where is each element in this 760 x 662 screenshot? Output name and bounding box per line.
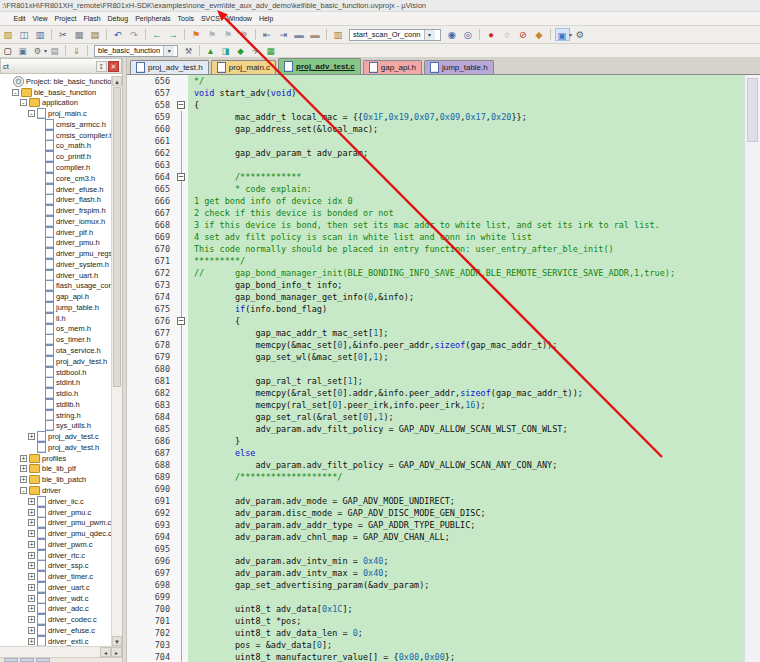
tree-item[interactable]: proj_adv_test.h — [0, 356, 122, 367]
tree-item[interactable]: +ble_lib_patch — [0, 474, 122, 485]
fold-collapse-icon[interactable]: – — [177, 317, 185, 325]
tree-item[interactable]: ll.h — [0, 313, 122, 324]
line-number[interactable]: 687 — [127, 447, 175, 459]
expand-icon[interactable]: + — [28, 605, 35, 612]
code-text[interactable]: gap_bond_manager_get_info(0,&info); — [188, 291, 744, 303]
code-text[interactable]: memcpy(&ral_set[0].addr,&info.peer_addr,… — [188, 387, 744, 399]
menu-item-flash[interactable]: Flash — [80, 15, 104, 22]
code-text[interactable]: 2 check if this device is bonded or not — [188, 207, 744, 219]
save-icon[interactable]: ◫ — [17, 28, 32, 41]
tree-item[interactable]: -application — [0, 98, 122, 109]
find-in-files-icon[interactable]: ▥ — [331, 28, 346, 41]
line-number[interactable]: 656 — [127, 75, 175, 87]
tree-item[interactable]: +driver_pmu_pwm.c — [0, 517, 122, 528]
tree-item[interactable]: stdio.h — [0, 388, 122, 399]
tree-item[interactable]: +driver_wdt.c — [0, 593, 122, 604]
line-number[interactable]: 693 — [127, 519, 175, 531]
line-number[interactable]: 696 — [127, 555, 175, 567]
line-number[interactable]: 694 — [127, 531, 175, 543]
code-text[interactable]: /************ — [188, 171, 744, 183]
tree-item[interactable]: Project: ble_basic_function — [0, 76, 122, 87]
outdent-icon[interactable]: ⇤ — [260, 28, 275, 41]
scroll-right-icon[interactable]: ▸ — [111, 647, 122, 657]
line-number[interactable]: 671 — [127, 255, 175, 267]
line-number[interactable]: 666 — [127, 195, 175, 207]
manage-books-icon[interactable]: ◨ — [219, 45, 233, 57]
tree-item[interactable]: +ble_lib_plf — [0, 464, 122, 475]
expand-icon[interactable]: + — [28, 552, 35, 559]
expand-icon[interactable]: + — [20, 476, 27, 483]
code-text[interactable]: memcpy(ral_set[0].peer_irk,info.peer_irk… — [188, 399, 744, 411]
expand-icon[interactable]: + — [28, 573, 35, 580]
bookmark-clear-icon[interactable]: ⚑ — [237, 28, 252, 41]
tree-item[interactable]: co_printf.h — [0, 151, 122, 162]
bookmark-prev-icon[interactable]: ⚑ — [205, 28, 220, 41]
file-tab-proj_adv_test-c[interactable]: proj_adv_test.c — [278, 58, 361, 74]
chevron-down-icon[interactable]: ▾ — [163, 46, 174, 56]
tree-item[interactable]: jump_table.h — [0, 302, 122, 313]
line-number[interactable]: 699 — [127, 591, 175, 603]
line-number[interactable]: 661 — [127, 135, 175, 147]
code-text[interactable] — [188, 135, 744, 147]
tree-item[interactable]: stdlib.h — [0, 399, 122, 410]
panel-tab-books[interactable] — [20, 658, 34, 662]
line-number[interactable]: 662 — [127, 147, 175, 159]
collapse-icon[interactable]: - — [20, 487, 27, 494]
code-text[interactable]: if(info.bond_flag) — [188, 303, 744, 315]
line-number[interactable]: 695 — [127, 543, 175, 555]
tree-item[interactable]: gap_api.h — [0, 291, 122, 302]
code-text[interactable]: adv_param.adv_filt_policy = GAP_ADV_ALLO… — [188, 423, 744, 435]
redo-icon[interactable]: ↷ — [127, 28, 142, 41]
line-number[interactable]: 669 — [127, 231, 175, 243]
code-text[interactable]: pos = &adv_data[0]; — [188, 639, 744, 651]
tree-item[interactable]: driver_uart.h — [0, 270, 122, 281]
tree-item[interactable]: driver_iomux.h — [0, 216, 122, 227]
line-number[interactable]: 698 — [127, 579, 175, 591]
tree-item[interactable]: +driver_pmu_qdec.c — [0, 528, 122, 539]
line-number[interactable]: 672 — [127, 267, 175, 279]
collapse-icon[interactable]: - — [12, 89, 19, 96]
line-number[interactable]: 690 — [127, 483, 175, 495]
code-text[interactable] — [188, 543, 744, 555]
build-icon[interactable]: ▣ — [16, 45, 30, 57]
code-text[interactable]: adv_param.adv_chnl_map = GAP_ADV_CHAN_AL… — [188, 531, 744, 543]
chevron-down-icon[interactable]: ▾ — [424, 30, 435, 40]
panel-tab-project[interactable] — [4, 658, 18, 662]
line-number[interactable]: 685 — [127, 423, 175, 435]
code-text[interactable]: gap_set_advertising_param(&adv_param); — [188, 579, 744, 591]
line-number[interactable]: 684 — [127, 411, 175, 423]
uncomment-icon[interactable]: ▬ — [308, 28, 323, 41]
menu-item-svcs[interactable]: SVCS — [197, 15, 223, 22]
file-tab-gap_api-h[interactable]: gap_api.h — [363, 60, 422, 74]
project-tree-hscrollbar[interactable]: ◂ ▸ — [0, 646, 122, 657]
kill-breakpoints-icon[interactable]: ⊘ — [516, 28, 531, 41]
tree-item[interactable]: +driver_iic.c — [0, 496, 122, 507]
line-number[interactable]: 681 — [127, 375, 175, 387]
tree-item[interactable]: +proj_adv_test.c — [0, 431, 122, 442]
code-text[interactable]: memcpy(&mac_set[0],&info.peer_addr,sizeo… — [188, 339, 744, 351]
open-file-icon[interactable]: ▨ — [1, 28, 16, 41]
select-toolbox-icon[interactable]: ▦ — [264, 45, 278, 57]
line-number[interactable]: 667 — [127, 207, 175, 219]
code-text[interactable]: else — [188, 447, 744, 459]
code-text[interactable]: uint8_t adv_data_len = 0; — [188, 627, 744, 639]
menu-item-help[interactable]: Help — [255, 15, 276, 22]
tree-item[interactable]: cmsis_compiler.h — [0, 130, 122, 141]
menu-item-edit[interactable]: Edit — [10, 15, 29, 22]
line-number[interactable]: 675 — [127, 303, 175, 315]
expand-icon[interactable]: + — [28, 562, 35, 569]
expand-icon[interactable]: + — [28, 616, 35, 623]
tree-item[interactable]: -ble_basic_function — [0, 87, 122, 98]
line-number[interactable]: 697 — [127, 567, 175, 579]
code-text[interactable]: adv_param.adv_filt_policy = GAP_ADV_ALLO… — [188, 459, 744, 471]
line-number[interactable]: 691 — [127, 495, 175, 507]
indent-icon[interactable]: ⇥ — [276, 28, 291, 41]
copy-icon[interactable]: ▦ — [72, 28, 87, 41]
tree-item[interactable]: +driver_timer.c — [0, 571, 122, 582]
debug-windows-icon[interactable]: ▣ — [555, 28, 570, 41]
target-options-icon[interactable]: ⚒ — [182, 45, 196, 57]
code-text[interactable]: uint8_t adv_data[0x1C]; — [188, 603, 744, 615]
code-text[interactable]: gap_set_ral(&ral_set[0],1); — [188, 411, 744, 423]
find-icon[interactable]: ◉ — [445, 28, 460, 41]
code-text[interactable]: adv_param.disc_mode = GAP_ADV_DISC_MODE_… — [188, 507, 744, 519]
